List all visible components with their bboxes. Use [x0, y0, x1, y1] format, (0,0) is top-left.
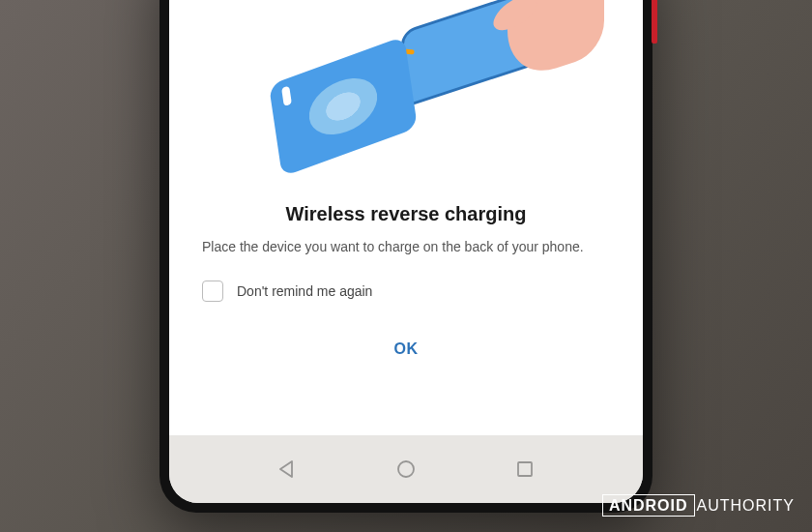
dont-remind-checkbox[interactable]: [202, 281, 223, 302]
home-button[interactable]: [393, 457, 419, 482]
android-nav-bar: [169, 435, 643, 503]
dialog-title: Wireless reverse charging: [198, 203, 614, 225]
recents-button[interactable]: [512, 457, 537, 482]
hand-holding-phone-icon: [401, 0, 594, 137]
dont-remind-label: Don't remind me again: [237, 283, 372, 299]
watermark-brand-bold: ANDROID: [602, 494, 695, 517]
phone-device-frame: Wireless reverse charging Place the devi…: [160, 0, 652, 513]
phone-inner: Wireless reverse charging Place the devi…: [169, 0, 643, 503]
dont-remind-row[interactable]: Don't remind me again: [198, 281, 614, 302]
dialog-screen: Wireless reverse charging Place the devi…: [169, 0, 643, 435]
watermark-brand-light: AUTHORITY: [697, 497, 795, 514]
svg-rect-1: [518, 462, 532, 476]
back-button[interactable]: [275, 457, 300, 482]
ok-button[interactable]: OK: [198, 331, 614, 368]
power-button: [652, 0, 657, 44]
phone-back-icon: [269, 36, 418, 177]
svg-point-0: [398, 461, 414, 477]
reverse-charging-illustration: [198, 0, 614, 184]
watermark: ANDROIDAUTHORITY: [602, 497, 795, 515]
dialog-body-text: Place the device you want to charge on t…: [198, 237, 614, 257]
